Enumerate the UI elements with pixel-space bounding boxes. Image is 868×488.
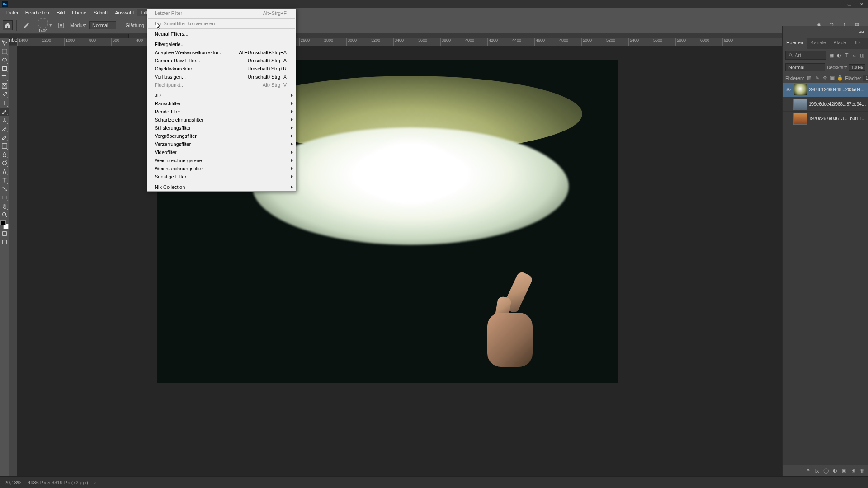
menu-item-camera-raw-filter-[interactable]: Camera Raw-Filter...Umschalt+Strg+A <box>147 56 296 65</box>
visibility-toggle[interactable]: 👁 <box>784 87 792 93</box>
gradient-tool[interactable] <box>0 142 9 150</box>
menu-auswahl[interactable]: Auswahl <box>111 9 137 16</box>
layer-style-icon[interactable]: fx <box>814 468 820 474</box>
menu-item-weichzeichnungsfilter[interactable]: Weichzeichnungsfilter <box>147 164 296 173</box>
layer-row[interactable]: 👁29f7fb12460448...293a047894a38 <box>783 83 868 97</box>
menu-item-nik-collection[interactable]: Nik Collection <box>147 183 296 191</box>
menu-item-fluchtpunkt-: Fluchtpunkt...Alt+Strg+V <box>147 81 296 89</box>
stamp-tool[interactable] <box>0 116 9 124</box>
doc-info-arrow[interactable]: › <box>94 480 96 485</box>
menu-item-vergr-berungsfilter[interactable]: Vergröberungsfilter <box>147 132 296 140</box>
filter-smart-icon[interactable]: ◫ <box>859 52 865 58</box>
menu-datei[interactable]: Datei <box>3 9 22 16</box>
panel-tab-pfade[interactable]: Pfade <box>830 38 850 49</box>
delete-layer-icon[interactable]: 🗑 <box>859 468 865 474</box>
menu-item-adaptive-weitwinkelkorrektur-[interactable]: Adaptive Weitwinkelkorrektur...Alt+Umsch… <box>147 48 296 56</box>
menu-item-rauschfilter[interactable]: Rauschfilter <box>147 99 296 108</box>
menu-schrift[interactable]: Schrift <box>90 9 111 16</box>
layer-thumbnail[interactable] <box>793 84 807 96</box>
foreground-background-colors[interactable] <box>0 220 9 229</box>
adjustment-layer-icon[interactable]: ◐ <box>832 468 838 474</box>
eyedropper-tool[interactable] <box>0 90 9 99</box>
marquee-tool[interactable] <box>0 47 9 56</box>
close-button[interactable]: ✕ <box>855 0 868 8</box>
filter-menu-dropdown[interactable]: Letzter FilterAlt+Strg+FFür Smartfilter … <box>147 9 296 192</box>
history-brush-tool[interactable] <box>0 125 9 133</box>
brush-size-picker[interactable]: 1409 ▾ <box>36 17 54 34</box>
selection-tool[interactable] <box>0 65 9 73</box>
menu-ebene[interactable]: Ebene <box>68 9 90 16</box>
panel-tab-3d[interactable]: 3D <box>850 38 863 49</box>
panel-tab-kanäle[interactable]: Kanäle <box>807 38 830 49</box>
opacity-label: Deckkraft: <box>827 65 847 70</box>
dodge-tool[interactable] <box>0 159 9 167</box>
blend-mode-select[interactable]: Normal <box>89 21 116 29</box>
layer-thumbnail[interactable] <box>793 99 807 110</box>
smoothing-label: Glättung: <box>126 23 146 28</box>
menu-item-neural-filters-[interactable]: Neural Filters... <box>147 30 296 38</box>
layer-row[interactable]: 199e6dee42f968...87ee94944802d <box>783 97 868 112</box>
eraser-tool[interactable] <box>0 133 9 141</box>
brush-tool[interactable] <box>0 108 9 116</box>
type-tool[interactable] <box>0 176 9 184</box>
layer-thumbnail[interactable] <box>793 113 807 125</box>
lock-pixels-icon[interactable]: ✎ <box>814 75 820 81</box>
frame-tool[interactable] <box>0 82 9 90</box>
quickmask-icon[interactable] <box>0 230 9 238</box>
filter-adjustment-icon[interactable]: ◐ <box>836 52 842 58</box>
zoom-tool[interactable] <box>0 211 9 219</box>
menu-item-stilisierungsfilter[interactable]: Stilisierungsfilter <box>147 124 296 132</box>
menu-item-weichzeichnergalerie[interactable]: Weichzeichnergalerie <box>147 156 296 164</box>
menu-bearbeiten[interactable]: Bearbeiten <box>22 9 53 16</box>
svg-point-1 <box>60 24 62 26</box>
menu-item-renderfilter[interactable]: Renderfilter <box>147 108 296 116</box>
filter-type-icon[interactable]: T <box>844 52 850 58</box>
layer-row[interactable]: 1970c267e03613...1b3f115e14179 <box>783 112 868 126</box>
canvas-area[interactable] <box>17 46 782 476</box>
maximize-button[interactable]: ▭ <box>843 0 855 8</box>
layer-mask-icon[interactable]: ◯ <box>823 468 829 474</box>
shape-tool[interactable] <box>0 193 9 202</box>
home-button[interactable] <box>3 20 13 30</box>
menu-item-verzerrungsfilter[interactable]: Verzerrungsfilter <box>147 140 296 148</box>
crop-tool[interactable] <box>0 73 9 81</box>
menu-item-verfl-ssigen-[interactable]: Verflüssigen...Umschalt+Strg+X <box>147 73 296 81</box>
link-layers-icon[interactable]: ⚭ <box>805 468 811 474</box>
panel-collapse-icon[interactable]: ◂◂ <box>858 28 865 35</box>
brush-settings-icon[interactable] <box>57 21 66 30</box>
layer-name[interactable]: 199e6dee42f968...87ee94944802d <box>809 102 866 107</box>
hand-tool[interactable] <box>0 202 9 210</box>
screenmode-icon[interactable] <box>0 238 9 246</box>
layer-name[interactable]: 29f7fb12460448...293a047894a38 <box>809 87 866 92</box>
lock-transparency-icon[interactable]: ▨ <box>806 75 812 81</box>
menu-item-objektivkorrektur-[interactable]: Objektivkorrektur...Umschalt+Strg+R <box>147 65 296 73</box>
group-icon[interactable]: ▣ <box>841 468 847 474</box>
lock-artboard-icon[interactable]: ▣ <box>829 75 835 81</box>
menu-item-videofilter[interactable]: Videofilter <box>147 148 296 156</box>
pen-tool[interactable] <box>0 168 9 176</box>
panel-tab-ebenen[interactable]: Ebenen <box>783 38 807 49</box>
zoom-level[interactable]: 20,13% <box>5 480 21 485</box>
menu-item-scharfzeichnungsfilter[interactable]: Scharfzeichnungsfilter <box>147 116 296 124</box>
filter-shape-icon[interactable]: ▱ <box>851 52 858 58</box>
lock-position-icon[interactable]: ✥ <box>821 75 828 81</box>
layer-name[interactable]: 1970c267e03613...1b3f115e14179 <box>809 116 866 121</box>
menu-bild[interactable]: Bild <box>53 9 68 16</box>
fill-input[interactable]: 100% <box>863 75 868 81</box>
layer-blend-mode[interactable]: Normal <box>785 63 825 71</box>
blur-tool[interactable] <box>0 150 9 159</box>
menu-item-filtergalerie-[interactable]: Filtergalerie... <box>147 40 296 48</box>
menu-item-sonstige-filter[interactable]: Sonstige Filter <box>147 173 296 181</box>
lasso-tool[interactable] <box>0 56 9 64</box>
healing-tool[interactable] <box>0 99 9 107</box>
lock-all-icon[interactable]: 🔒 <box>837 75 843 81</box>
new-layer-icon[interactable]: ⊞ <box>850 468 856 474</box>
tool-preset-picker[interactable] <box>20 19 33 32</box>
path-tool[interactable] <box>0 185 9 193</box>
menu-item-3d[interactable]: 3D <box>147 91 296 99</box>
move-tool[interactable] <box>0 39 9 47</box>
opacity-input[interactable]: 100% <box>849 64 865 71</box>
minimize-button[interactable]: — <box>830 0 843 8</box>
layer-filter-search[interactable]: Art <box>785 51 826 60</box>
filter-pixel-icon[interactable]: ▦ <box>828 52 835 58</box>
